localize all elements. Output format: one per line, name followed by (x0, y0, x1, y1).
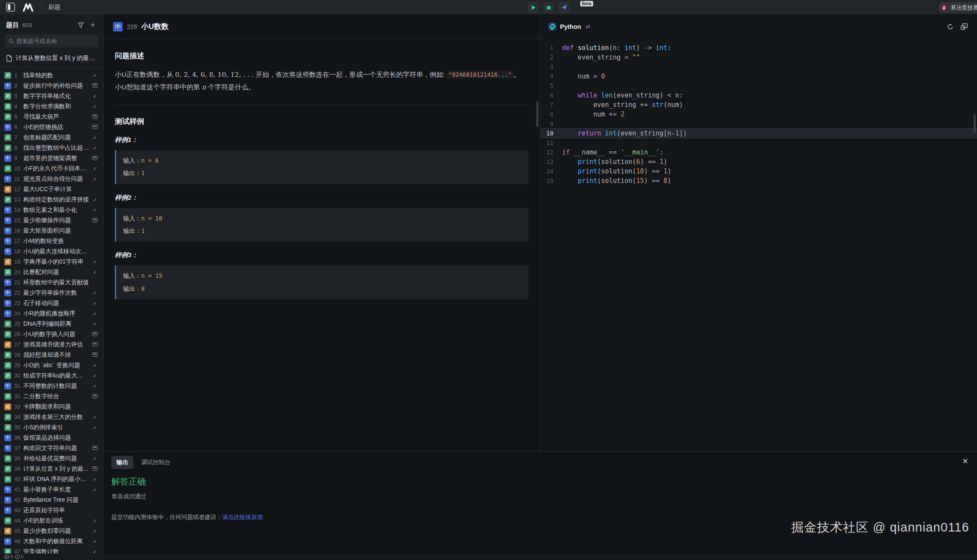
problem-body: 问题描述 小U正在数偶数，从 0, 2, 4, 6, 8, 10, 12, . … (104, 39, 540, 315)
list-item[interactable]: 易4数字分组求偶数和✓ (0, 101, 103, 112)
list-item[interactable]: 中31不同整数的计数问题✓ (0, 381, 103, 391)
list-item[interactable]: 中14数组元素之和最小化✓ (0, 205, 103, 215)
list-item[interactable]: 易29小D的 `abc` 变换问题✓ (0, 360, 103, 371)
code-line[interactable]: 12if __name__ == '__main__': (541, 148, 977, 157)
code-line[interactable]: 2 even_string = "" (541, 53, 977, 62)
list-item[interactable]: 易47完美偶数计数✓ (0, 547, 103, 554)
difficulty-badge: 易 (4, 372, 11, 379)
list-item[interactable]: 难45最少步数归零问题✓ (0, 526, 103, 536)
list-item[interactable]: 难27游戏英雄升级潜力评估 (0, 340, 103, 350)
list-item[interactable]: 易20比赛配对问题✓ (0, 267, 103, 277)
list-item[interactable]: 难12最大UCC子串计算 (0, 184, 103, 195)
list-item[interactable]: 易44小E的射击训练✓ (0, 516, 103, 526)
problem-title: 最少前缀操作问题 (23, 217, 89, 224)
sidebar-toggle-icon[interactable] (6, 3, 15, 12)
list-item[interactable]: 易30组成字符串ku的最大次数✓ (0, 371, 103, 381)
run-button[interactable] (528, 2, 539, 13)
watermark: 掘金技术社区 @ qiannian0116 (791, 519, 969, 536)
list-item[interactable]: 易28我好想逃却逃不掉 (0, 350, 103, 360)
list-item[interactable]: 易34游戏排名第三大的分数✓ (0, 412, 103, 422)
code-line[interactable]: 10 return int(even_string[n-1]) (541, 129, 977, 138)
code-token: (even_string[n- (617, 129, 675, 138)
warnings-counter[interactable]: 0 (15, 554, 24, 559)
list-item[interactable]: 易35小S的倒排索引✓ (0, 422, 103, 433)
add-problem-icon[interactable]: + (89, 21, 97, 29)
list-item[interactable]: 中11观光景点组合得分问题✓ (0, 174, 103, 184)
list-item[interactable]: 中42Bytedance Tree 问题 (0, 495, 103, 505)
problem-number: 13 (14, 197, 20, 203)
code-line[interactable]: 6 while len(even_string) < n: (541, 91, 977, 100)
code-area[interactable]: 1def solution(n: int) -> int:2 even_stri… (541, 39, 977, 186)
list-item[interactable]: 易7创意标题匹配问题✓ (0, 132, 103, 143)
close-icon[interactable]: ✕ (962, 457, 968, 466)
search-input[interactable] (16, 38, 95, 44)
filter-icon[interactable] (76, 21, 85, 29)
list-item[interactable]: 易5寻找最大葫芦 (0, 112, 103, 122)
list-item[interactable]: 易40环状 DNA 序列的最小表...✓ (0, 474, 103, 484)
code-line[interactable]: 11 (541, 138, 977, 148)
list-item[interactable]: 易25DNA序列编辑距离✓ (0, 319, 103, 329)
list-item[interactable]: 中41最小替换子串长度✓ (0, 484, 103, 495)
description-text: 个字符是什么。 (206, 83, 255, 91)
list-item[interactable]: 中18小U的最大连续移动次数问题 (0, 246, 103, 257)
list-item[interactable]: 中37构造回文字符串问题 (0, 443, 103, 453)
code-line[interactable]: 5 (541, 81, 977, 91)
errors-counter[interactable]: 0 (4, 554, 13, 559)
list-item[interactable]: 易39计算从位置 x 到 y 的最... (0, 464, 103, 474)
list-item[interactable]: 易1找单独的数✓ (0, 70, 103, 81)
language-switch-icon[interactable]: ⇄ (585, 23, 590, 30)
reset-code-icon[interactable] (945, 22, 955, 32)
layout-split-icon[interactable] (959, 22, 969, 32)
list-item[interactable]: 易8找出整型数组中占比超过...✓ (0, 143, 103, 153)
list-item[interactable]: 难33卡牌翻面求和问题 (0, 402, 103, 412)
pinned-problem[interactable]: 计算从整数位置 x 到 y 的最少... (0, 51, 103, 66)
list-item[interactable]: 易38补给站最优花费问题✓ (0, 453, 103, 464)
difficulty-badge: 中 (4, 434, 11, 441)
list-item[interactable]: 易26小U的数字插入问题 (0, 329, 103, 340)
list-item[interactable]: 中24小R的随机播放顺序✓ (0, 308, 103, 319)
submit-button[interactable] (559, 2, 570, 13)
tab-output[interactable]: 输出 (111, 456, 133, 469)
code-line[interactable]: 3 (541, 62, 977, 72)
list-item[interactable]: 易32二分数字组合 (0, 391, 103, 402)
list-item[interactable]: 易13构造特定数组的逆序拼接✓ (0, 195, 103, 205)
list-item[interactable]: 中9超市里的货物架调整 (0, 153, 103, 164)
app-tab-label[interactable]: 刷题 (48, 3, 60, 11)
list-item[interactable]: 中15最少前缀操作问题 (0, 215, 103, 226)
problem-scrollbar[interactable] (536, 101, 538, 127)
code-line[interactable]: 13 print(solution(6) == 1) (541, 157, 977, 167)
code-line[interactable]: 14 print(solution(10) == 1) (541, 167, 977, 176)
list-item[interactable]: 中21环形数组中的最大贡献值 (0, 277, 103, 288)
list-item[interactable]: 易10小F的永久代币卡回本计划✓ (0, 164, 103, 174)
list-item[interactable]: 中16最大矩形面积问题 (0, 226, 103, 236)
debug-button[interactable] (543, 2, 554, 13)
list-item[interactable]: 中17小M的数组变换 (0, 236, 103, 246)
code-line[interactable]: 15 print(solution(15) == 8) (541, 176, 977, 186)
list-item[interactable]: 易3数字字符串格式化✓ (0, 91, 103, 101)
list-item[interactable]: 中6小E的怪物挑战 (0, 122, 103, 132)
list-item[interactable]: 难19字典序最小的01字符串✓ (0, 257, 103, 267)
code-line[interactable]: 7 even_string += str(num) (541, 100, 977, 110)
code-line[interactable]: 8 num += 2 (541, 110, 977, 119)
list-item[interactable]: 中23石子移动问题✓ (0, 298, 103, 308)
list-item[interactable]: 中22最少字符串操作次数✓ (0, 288, 103, 298)
problem-number: 33 (14, 404, 20, 410)
contest-pill[interactable]: 算法竞技赛 (938, 2, 977, 13)
code-token: 0 (601, 72, 605, 81)
code-line[interactable]: 9 (541, 119, 977, 129)
list-item[interactable]: 中46大数和中的极值位距离✓ (0, 536, 103, 547)
topbar-divider (42, 4, 42, 10)
marscode-logo[interactable] (23, 3, 33, 12)
section-divider (115, 105, 528, 105)
difficulty-badge: 中 (4, 279, 11, 286)
editor-scrollbar[interactable] (974, 114, 976, 133)
list-item[interactable]: 中2徒步旅行中的补给问题 (0, 81, 103, 91)
code-line[interactable]: 1def solution(n: int) -> int: (541, 43, 977, 53)
code-token: : (667, 43, 671, 53)
tab-debug-console[interactable]: 调试控制台 (136, 456, 176, 469)
feedback-link[interactable]: 请点此链接反馈 (222, 514, 263, 520)
list-item[interactable]: 中36饭馆菜品选择问题 (0, 433, 103, 443)
code-token: print (578, 176, 597, 186)
code-line[interactable]: 4 num = 0 (541, 72, 977, 81)
list-item[interactable]: 中43还原原始字符串 (0, 505, 103, 516)
